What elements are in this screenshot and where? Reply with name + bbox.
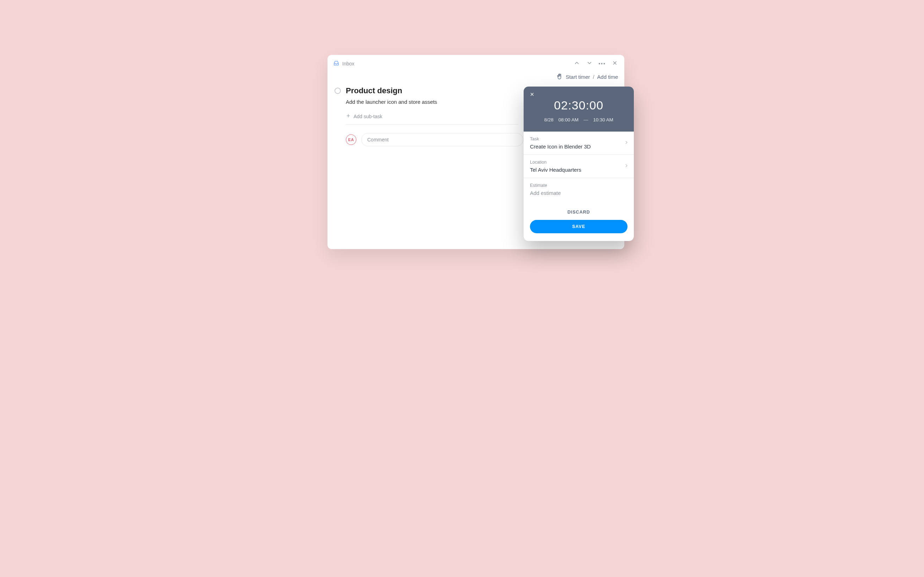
breadcrumb-label: Inbox [342, 61, 354, 66]
close-icon [530, 92, 535, 98]
field-estimate-label: Estimate [530, 183, 627, 188]
save-button[interactable]: SAVE [530, 220, 627, 233]
popover-header: 02:30:00 8/28 08:00 AM — 10:30 AM [523, 87, 634, 132]
prev-button[interactable] [573, 60, 581, 68]
avatar[interactable]: EA [346, 134, 356, 145]
hand-icon [556, 73, 563, 81]
avatar-initials: EA [348, 137, 354, 142]
timer-bar: Start timer / Add time [328, 70, 624, 85]
timer-separator: / [593, 74, 594, 80]
next-button[interactable] [586, 60, 593, 68]
chevron-down-icon [586, 60, 593, 68]
field-location-label: Location [530, 160, 627, 164]
field-task-label: Task [530, 137, 627, 142]
time-entry-popover: 02:30:00 8/28 08:00 AM — 10:30 AM Task C… [523, 87, 634, 241]
close-button[interactable] [611, 60, 619, 68]
breadcrumb[interactable]: Inbox [333, 60, 354, 68]
close-icon [612, 60, 618, 67]
time-date[interactable]: 8/28 [544, 117, 554, 122]
card-header: Inbox ••• [328, 55, 624, 70]
add-subtask-button[interactable]: Add sub-task [346, 113, 383, 119]
more-menu-button[interactable]: ••• [598, 60, 606, 68]
comment-input[interactable] [361, 133, 523, 147]
add-subtask-label: Add sub-task [354, 114, 383, 119]
add-time-link[interactable]: Add time [597, 74, 618, 80]
chevron-up-icon [573, 60, 580, 68]
more-icon: ••• [599, 61, 606, 66]
field-estimate[interactable]: Estimate Add estimate [523, 178, 634, 201]
field-task[interactable]: Task Create Icon in Blender 3D [523, 132, 634, 155]
time-range-separator: — [583, 117, 588, 122]
plus-icon [346, 113, 351, 119]
chevron-right-icon [624, 163, 629, 169]
field-task-value: Create Icon in Blender 3D [530, 143, 627, 150]
task-title[interactable]: Product design [346, 86, 402, 95]
divider [346, 124, 519, 124]
time-duration[interactable]: 02:30:00 [530, 98, 627, 112]
popover-close-button[interactable] [528, 92, 536, 98]
field-location-value: Tel Aviv Headquarters [530, 167, 627, 173]
chevron-right-icon [624, 140, 629, 147]
inbox-icon [333, 60, 339, 68]
complete-task-checkbox[interactable] [334, 88, 341, 94]
field-location[interactable]: Location Tel Aviv Headquarters [523, 155, 634, 178]
start-timer-link[interactable]: Start timer [565, 74, 590, 80]
field-estimate-placeholder: Add estimate [530, 190, 627, 196]
discard-button[interactable]: DISCARD [565, 210, 592, 215]
time-end[interactable]: 10:30 AM [593, 117, 613, 122]
time-start[interactable]: 08:00 AM [559, 117, 578, 122]
